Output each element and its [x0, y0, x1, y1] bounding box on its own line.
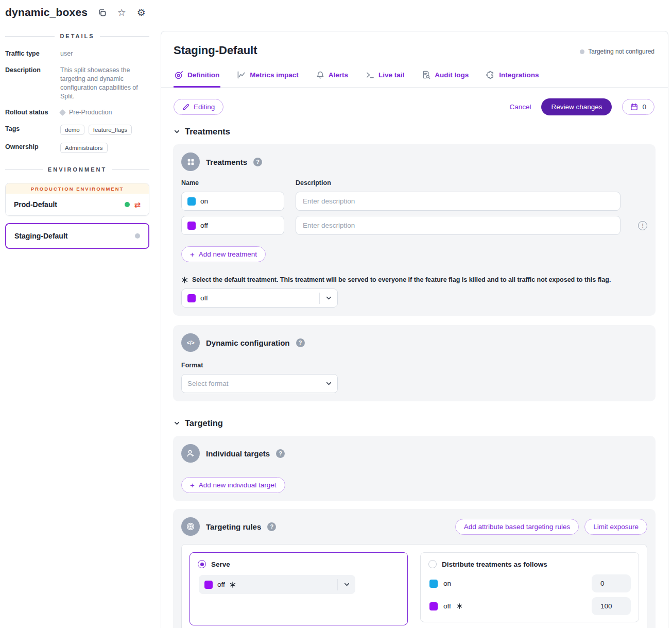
treatments-card-title: Treatments: [206, 158, 247, 166]
distribution-percent-input-on[interactable]: [592, 574, 631, 592]
tag-chip[interactable]: demo: [60, 125, 84, 135]
audit-log-icon: [422, 71, 430, 79]
treatment-description-input[interactable]: [296, 216, 621, 235]
targeting-rules-card: Targeting rules ? Add attribute based ta…: [173, 509, 656, 628]
chevron-down-icon: [320, 295, 337, 301]
app-header: dynamic_boxes ☆ ⚙: [0, 0, 672, 19]
tab-metrics-impact[interactable]: Metrics impact: [236, 70, 300, 88]
calendar-icon: [630, 103, 638, 111]
treatment-color-swatch: [204, 581, 213, 589]
name-column-header: Name: [181, 179, 284, 186]
environment-card-prod[interactable]: PRODUCTION ENVIRONMENT Prod-Default ⇄: [5, 183, 149, 216]
chevron-down-icon: [174, 420, 180, 427]
default-treatment-select[interactable]: off: [181, 288, 338, 308]
swap-arrows-icon: ⇄: [134, 201, 141, 209]
target-pencil-icon: [175, 71, 183, 79]
dynamic-configuration-title: Dynamic configuration: [206, 338, 290, 347]
rollout-status-row: Rollout status Pre-Production: [5, 108, 149, 117]
treatment-color-swatch: [187, 197, 196, 206]
tab-live-tail[interactable]: Live tail: [365, 70, 405, 88]
environment-card-staging[interactable]: Staging-Default: [5, 223, 149, 249]
help-icon[interactable]: ?: [276, 449, 285, 458]
default-asterisk-icon: [181, 277, 188, 283]
help-icon[interactable]: ?: [253, 158, 262, 166]
format-select[interactable]: Select format: [181, 374, 338, 393]
sidebar: DETAILS Traffic type user Description Th…: [0, 25, 154, 256]
serve-treatment-select[interactable]: off: [199, 575, 355, 594]
traffic-type-value: user: [60, 49, 149, 58]
default-treatment-note: Select the default treatment. This treat…: [192, 276, 611, 283]
favorite-star-icon[interactable]: ☆: [116, 7, 127, 18]
owner-chip[interactable]: Administrators: [60, 143, 108, 153]
treatment-row: on: [181, 192, 647, 211]
puzzle-icon: [486, 71, 495, 79]
treatment-color-swatch: [429, 602, 438, 610]
treatments-grid-icon: [181, 152, 200, 171]
default-asterisk-icon: [230, 582, 236, 588]
targeting-status: Targeting not configured: [580, 48, 654, 55]
distribution-row: off: [428, 597, 631, 615]
treatment-color-swatch: [187, 294, 196, 302]
traffic-type-row: Traffic type user: [5, 49, 149, 58]
targeting-section-heading[interactable]: Targeting: [161, 418, 668, 428]
copy-icon[interactable]: [97, 7, 107, 18]
production-environment-banner: PRODUCTION ENVIRONMENT: [6, 183, 149, 194]
settings-gear-icon[interactable]: ⚙: [136, 7, 146, 18]
serve-option-card[interactable]: Serve off: [189, 552, 408, 625]
details-section-divider: DETAILS: [5, 33, 149, 39]
environment-name: Prod-Default: [14, 200, 57, 209]
tab-alerts[interactable]: Alerts: [315, 70, 349, 88]
page-title: Staging-Default: [174, 44, 257, 57]
default-asterisk-icon: [457, 603, 462, 609]
environment-detail-panel: Staging-Default Targeting not configured…: [161, 31, 668, 628]
treatment-row: off !: [181, 216, 647, 235]
treatment-name-field-on[interactable]: on: [181, 192, 284, 211]
tab-bar: Definition Metrics impact Alerts Live ta…: [161, 70, 668, 88]
active-status-dot-icon: [125, 202, 130, 207]
environment-name: Staging-Default: [14, 232, 67, 240]
code-icon: </>: [181, 333, 200, 352]
rollout-status-value: Pre-Production: [69, 108, 112, 117]
add-new-individual-target-button[interactable]: + Add new individual target: [181, 477, 285, 493]
tab-audit-logs[interactable]: Audit logs: [421, 70, 470, 88]
chevron-down-icon: [174, 128, 180, 135]
distribute-radio[interactable]: [428, 560, 437, 568]
plus-icon: +: [190, 250, 195, 258]
treatment-name-field-off[interactable]: off: [181, 216, 284, 235]
tab-integrations[interactable]: Integrations: [485, 70, 540, 88]
cancel-button[interactable]: Cancel: [509, 103, 531, 111]
details-section-label: DETAILS: [60, 33, 94, 39]
individual-targets-title: Individual targets: [206, 449, 270, 458]
review-changes-button[interactable]: Review changes: [541, 98, 612, 115]
tab-definition[interactable]: Definition: [174, 70, 220, 88]
treatment-color-swatch: [187, 222, 196, 230]
tag-chip[interactable]: feature_flags: [89, 125, 132, 135]
editing-button[interactable]: Editing: [174, 99, 223, 115]
bullseye-icon: [181, 517, 200, 536]
ownership-row: Ownership Administrators: [5, 143, 149, 153]
format-label: Format: [181, 362, 647, 369]
treatment-color-swatch: [429, 580, 438, 588]
help-icon[interactable]: ?: [267, 522, 276, 531]
bell-icon: [316, 71, 324, 79]
serve-radio[interactable]: [198, 560, 206, 568]
line-chart-icon: [237, 71, 246, 79]
queue-count: 0: [642, 103, 646, 111]
treatments-section-heading[interactable]: Treatments: [161, 127, 668, 137]
chevron-down-icon: [338, 581, 355, 588]
distribute-option-card[interactable]: Distribute treatments as follows on off: [420, 552, 639, 622]
help-icon[interactable]: ?: [296, 338, 305, 347]
chevron-down-icon: [320, 380, 337, 387]
limit-exposure-button[interactable]: Limit exposure: [584, 519, 647, 535]
rollout-status-diamond-icon: [59, 109, 66, 116]
treatment-description-input[interactable]: [296, 192, 621, 211]
info-icon[interactable]: !: [638, 221, 647, 230]
add-attribute-rules-button[interactable]: Add attribute based targeting rules: [455, 519, 579, 535]
description-value: This split showcases the targeting and d…: [60, 66, 149, 101]
distribution-row: on: [428, 574, 631, 592]
pencil-icon: [182, 104, 189, 111]
distribution-percent-input-off[interactable]: [592, 597, 631, 615]
treatments-card: Treatments ? Name Description on off !: [173, 144, 656, 316]
change-queue-button[interactable]: 0: [622, 99, 654, 115]
add-new-treatment-button[interactable]: + Add new treatment: [181, 246, 266, 262]
